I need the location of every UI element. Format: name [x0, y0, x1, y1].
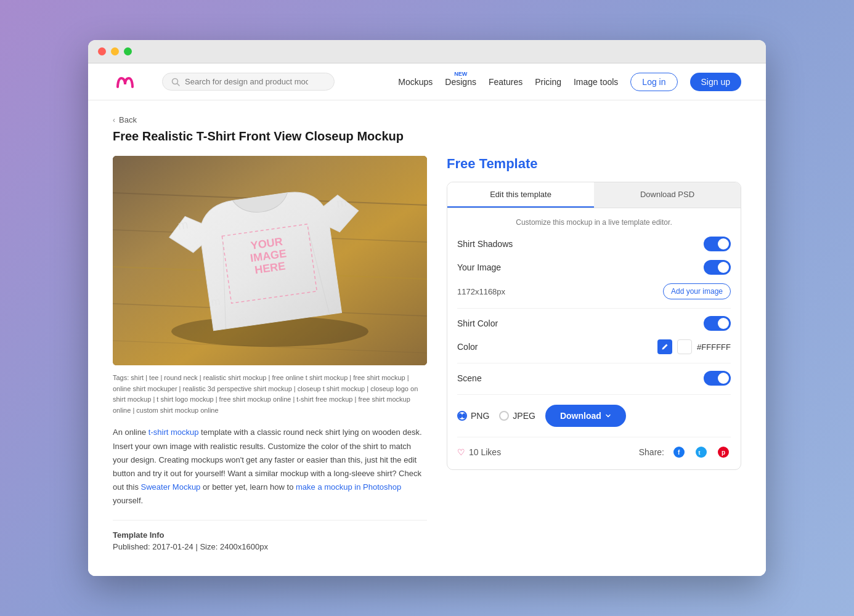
color-display: #FFFFFF	[657, 339, 731, 354]
tshirt-svg: YOUR IMAGE HERE m m m m m m	[113, 156, 427, 365]
divider-3	[457, 394, 731, 395]
search-bar[interactable]	[162, 73, 335, 91]
nav-pricing[interactable]: Pricing	[535, 77, 561, 87]
png-option[interactable]: PNG	[457, 411, 489, 421]
image-size-row: 1172x1168px Add your image	[457, 283, 731, 299]
jpeg-option[interactable]: JPEG	[499, 411, 535, 421]
main-content: ‹ Back Free Realistic T-Shirt Front View…	[88, 100, 766, 576]
shirt-color-toggle[interactable]	[704, 316, 731, 331]
your-image-label: Your Image	[457, 262, 501, 272]
pinterest-share-icon[interactable]: p	[716, 445, 731, 460]
template-info: Template Info Published: 2017-01-24 | Si…	[113, 530, 427, 551]
svg-point-23	[696, 447, 707, 458]
share-label: Share:	[639, 447, 664, 457]
image-size-text: 1172x1168px	[457, 287, 505, 296]
shirt-shadows-toggle[interactable]	[704, 237, 731, 251]
scene-row: Scene	[457, 371, 731, 386]
search-input[interactable]	[185, 77, 308, 86]
nav-image-tools[interactable]: Image tools	[574, 77, 618, 87]
nav-mockups[interactable]: Mockups	[398, 77, 433, 87]
format-row: PNG JPEG Download	[457, 405, 731, 427]
svg-text:m: m	[336, 195, 348, 210]
shirt-shadows-label: Shirt Shadows	[457, 239, 513, 249]
chevron-down-icon	[605, 413, 611, 419]
template-info-title: Template Info	[113, 530, 427, 540]
tshirt-mockup-link[interactable]: t-shirt mockup	[148, 428, 199, 437]
sweater-mockup-link[interactable]: Sweater Mockup	[141, 482, 201, 492]
jpeg-radio[interactable]	[499, 411, 509, 421]
scene-label: Scene	[457, 373, 482, 383]
page-title: Free Realistic T-Shirt Front View Closeu…	[113, 129, 741, 144]
panel-subtitle: Customize this mockup in a live template…	[457, 218, 731, 227]
svg-text:m: m	[210, 295, 221, 309]
desc-text1: An online	[113, 428, 148, 437]
download-section: PNG JPEG Download	[457, 405, 731, 427]
color-white-swatch[interactable]	[677, 339, 692, 354]
desc-text4: yourself.	[113, 496, 143, 505]
browser-chrome	[88, 40, 766, 63]
tab-download-psd[interactable]: Download PSD	[594, 182, 741, 208]
svg-text:m: m	[238, 314, 248, 326]
back-label[interactable]: Back	[119, 115, 137, 124]
twitter-share-icon[interactable]: t	[694, 445, 709, 460]
social-section: ♡ 10 Likes Share: f	[457, 437, 731, 460]
png-label: PNG	[471, 411, 489, 421]
login-button[interactable]: Log in	[630, 73, 677, 91]
scene-toggle[interactable]	[704, 371, 731, 386]
facebook-share-icon[interactable]: f	[672, 445, 686, 460]
minimize-dot[interactable]	[111, 47, 119, 55]
search-icon	[171, 78, 180, 86]
shirt-color-label: Shirt Color	[457, 318, 498, 328]
new-badge: NEW	[454, 71, 467, 77]
divider-1	[457, 308, 731, 309]
download-button[interactable]: Download	[545, 405, 626, 427]
shirt-color-section: Shirt Color Color	[457, 316, 731, 354]
logo[interactable]	[113, 70, 137, 94]
browser-window: Mockups NEW Designs Features Pricing Ima…	[88, 40, 766, 576]
signup-button[interactable]: Sign up	[690, 73, 741, 91]
color-hex-value: #FFFFFF	[697, 342, 731, 352]
tab-edit[interactable]: Edit this template	[447, 182, 594, 208]
likes-area[interactable]: ♡ 10 Likes	[457, 447, 501, 457]
pencil-icon	[661, 343, 669, 351]
back-arrow-icon: ‹	[113, 116, 115, 124]
tags-text: Tags: shirt | tee | round neck | realist…	[113, 374, 418, 414]
panel-card: Edit this template Download PSD Customiz…	[447, 182, 741, 470]
panel-tabs: Edit this template Download PSD	[447, 182, 741, 208]
color-label: Color	[457, 342, 478, 352]
svg-text:p: p	[722, 449, 725, 456]
close-dot[interactable]	[98, 47, 106, 55]
svg-text:t: t	[699, 450, 701, 456]
free-template-badge: Free Template	[447, 156, 741, 172]
navbar: Mockups NEW Designs Features Pricing Ima…	[88, 63, 766, 100]
color-edit-swatch[interactable]	[657, 339, 672, 354]
content-layout: YOUR IMAGE HERE m m m m m m	[113, 156, 741, 551]
svg-text:m: m	[177, 217, 189, 232]
template-info-published: Published: 2017-01-24 | Size: 2400x1600p…	[113, 542, 427, 551]
description-section: An online t-shirt mockup template with a…	[113, 426, 427, 521]
your-image-row: Your Image	[457, 260, 731, 275]
browser-body: Mockups NEW Designs Features Pricing Ima…	[88, 63, 766, 576]
jpeg-label: JPEG	[513, 411, 535, 421]
your-image-toggle[interactable]	[704, 260, 731, 275]
mockup-background: YOUR IMAGE HERE m m m m m m	[113, 156, 427, 365]
shirt-color-row: Shirt Color	[457, 316, 731, 331]
photoshop-link[interactable]: make a mockup in Photoshop	[296, 482, 401, 492]
png-radio[interactable]	[457, 411, 467, 421]
svg-text:m: m	[326, 278, 337, 292]
add-image-button[interactable]: Add your image	[663, 283, 731, 299]
breadcrumb[interactable]: ‹ Back	[113, 115, 741, 124]
share-section: Share: f	[639, 445, 731, 460]
nav-features[interactable]: Features	[489, 77, 523, 87]
tags-section: Tags: shirt | tee | round neck | realist…	[113, 373, 427, 416]
heart-icon: ♡	[457, 447, 465, 457]
likes-count: 10 Likes	[469, 447, 501, 457]
nav-links: Mockups NEW Designs Features Pricing Ima…	[398, 73, 741, 91]
nav-designs[interactable]: NEW Designs	[445, 77, 476, 87]
shirt-shadows-row: Shirt Shadows	[457, 237, 731, 251]
svg-text:m: m	[306, 305, 315, 317]
mockup-image: YOUR IMAGE HERE m m m m m m	[113, 156, 427, 365]
color-row: Color #FFFFFF	[457, 339, 731, 354]
maximize-dot[interactable]	[124, 47, 132, 55]
right-panel: Free Template Edit this template Downloa…	[447, 156, 741, 470]
